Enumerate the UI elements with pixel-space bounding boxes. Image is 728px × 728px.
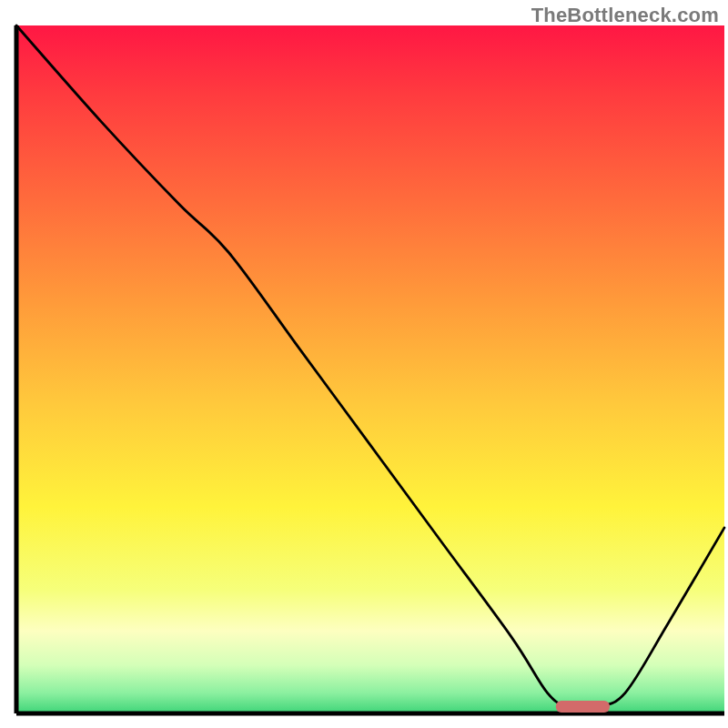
- bottleneck-chart: [0, 0, 728, 728]
- optimal-range-marker: [556, 701, 610, 713]
- plot-background: [16, 25, 724, 713]
- watermark-text: TheBottleneck.com: [531, 4, 719, 27]
- chart-container: TheBottleneck.com: [0, 0, 728, 728]
